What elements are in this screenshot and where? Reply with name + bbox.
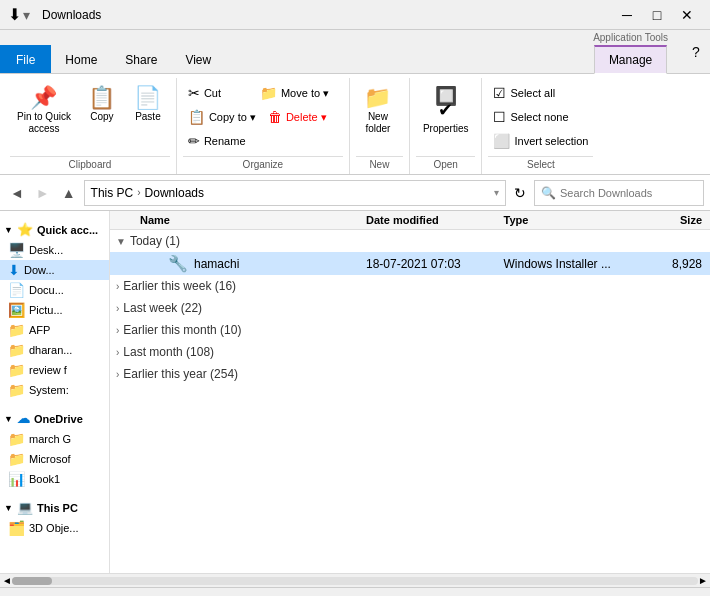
rename-button[interactable]: ✏ Rename <box>183 130 251 152</box>
sidebar-item-march[interactable]: 📁 march G <box>0 429 109 449</box>
tab-share[interactable]: Share <box>111 45 171 73</box>
close-button[interactable]: ✕ <box>672 0 702 30</box>
group-last-week[interactable]: › Last week (22) <box>110 297 710 319</box>
forward-button[interactable]: ► <box>32 183 54 203</box>
view-tiles-button[interactable]: ⊞ <box>655 591 677 597</box>
invert-icon: ⬜ <box>493 133 510 149</box>
sidebar-item-pictures[interactable]: 🖼️ Pictu... <box>0 300 109 320</box>
sidebar-item-system[interactable]: 📁 System: <box>0 380 109 400</box>
group-today-label: Today (1) <box>130 234 180 248</box>
tab-view[interactable]: View <box>171 45 225 73</box>
col-header-type[interactable]: Type <box>504 214 632 226</box>
documents-label: Docu... <box>29 284 64 296</box>
col-header-size[interactable]: Size <box>631 214 710 226</box>
breadcrumb[interactable]: This PC › Downloads ▾ <box>84 180 506 206</box>
copy-to-button[interactable]: 📋 Copy to ▾ <box>183 106 261 128</box>
col-header-name[interactable]: Name <box>110 214 366 226</box>
group-earlier-month[interactable]: › Earlier this month (10) <box>110 319 710 341</box>
copy-label: Copy <box>90 111 113 123</box>
scrollbar-thumb[interactable] <box>12 577 52 585</box>
reviewf-label: review f <box>29 364 67 376</box>
properties-check-icon: ✔ <box>438 99 453 121</box>
help-button[interactable]: ? <box>682 38 710 66</box>
new-label: New <box>356 156 403 174</box>
dharani-icon: 📁 <box>8 342 25 358</box>
organize-row2: 📋 Copy to ▾ 🗑 Delete ▾ <box>183 106 343 128</box>
address-bar: ◄ ► ▲ This PC › Downloads ▾ ↻ 🔍 <box>0 175 710 211</box>
ribbon-group-clipboard: 📌 Pin to Quickaccess 📋 Copy 📄 Paste Clip… <box>4 78 177 174</box>
ribbon-group-new: 📁 Newfolder New <box>350 78 410 174</box>
desktop-label: Desk... <box>29 244 63 256</box>
sidebar-section-thispc: ▼ 💻 This PC 🗂️ 3D Obje... <box>0 493 109 542</box>
sidebar-item-microsoft[interactable]: 📁 Microsof <box>0 449 109 469</box>
clipboard-buttons: 📌 Pin to Quickaccess 📋 Copy 📄 Paste <box>10 78 170 156</box>
scroll-right-button[interactable]: ► <box>698 575 708 586</box>
onedrive-arrow: ▼ <box>4 414 13 424</box>
properties-button[interactable]: 🔲 ✔ Properties <box>416 82 476 140</box>
onedrive-icon: ☁ <box>17 411 30 426</box>
horizontal-scrollbar[interactable]: ◄ ► <box>0 573 710 587</box>
ribbon-group-organize: ✂ Cut 📁 Move to ▾ 📋 Copy to ▾ 🗑 Delete ▾ <box>177 78 350 174</box>
group-earlier-year[interactable]: › Earlier this year (254) <box>110 363 710 385</box>
quickaccess-arrow: ▼ <box>4 225 13 235</box>
maximize-button[interactable]: □ <box>642 0 672 30</box>
sidebar-header-thispc[interactable]: ▼ 💻 This PC <box>0 497 109 518</box>
rename-icon: ✏ <box>188 133 200 149</box>
tab-file[interactable]: File <box>0 45 51 73</box>
delete-button[interactable]: 🗑 Delete ▾ <box>263 106 343 128</box>
breadcrumb-item-thispc[interactable]: This PC <box>91 186 134 200</box>
sidebar-item-3dobj[interactable]: 🗂️ 3D Obje... <box>0 518 109 538</box>
sidebar-header-onedrive[interactable]: ▼ ☁ OneDrive <box>0 408 109 429</box>
new-folder-button[interactable]: 📁 Newfolder <box>356 82 400 140</box>
sidebar-item-downloads[interactable]: ⬇ Dow... <box>0 260 109 280</box>
hamachi-size: 8,928 <box>631 257 710 271</box>
invert-selection-button[interactable]: ⬜ Invert selection <box>488 130 593 152</box>
hamachi-name-cell: 🔧 hamachi <box>110 254 366 273</box>
cut-button[interactable]: ✂ Cut <box>183 82 253 104</box>
copy-button[interactable]: 📋 Copy <box>80 82 124 128</box>
select-all-button[interactable]: ☑ Select all <box>488 82 593 104</box>
group-earlier-week[interactable]: › Earlier this week (16) <box>110 275 710 297</box>
hamachi-type: Windows Installer ... <box>504 257 632 271</box>
group-earlier-year-label: Earlier this year (254) <box>123 367 238 381</box>
pin-to-quick-access-button[interactable]: 📌 Pin to Quickaccess <box>10 82 78 140</box>
ribbon-tab-bar: File Home Share View Application Tools M… <box>0 30 710 74</box>
sidebar-item-book1[interactable]: 📊 Book1 <box>0 469 109 489</box>
up-button[interactable]: ▲ <box>58 183 80 203</box>
breadcrumb-item-downloads[interactable]: Downloads <box>145 186 204 200</box>
group-last-month[interactable]: › Last month (108) <box>110 341 710 363</box>
sidebar-item-documents[interactable]: 📄 Docu... <box>0 280 109 300</box>
view-controls: ⊞ ☰ <box>655 591 702 597</box>
move-to-button[interactable]: 📁 Move to ▾ <box>255 82 335 104</box>
tab-manage[interactable]: Manage <box>594 45 667 74</box>
paste-button[interactable]: 📄 Paste <box>126 82 170 128</box>
sidebar-item-reviewf[interactable]: 📁 review f <box>0 360 109 380</box>
clipboard-label: Clipboard <box>10 156 170 174</box>
select-label: Select <box>488 156 593 174</box>
sidebar-item-desktop[interactable]: 🖥️ Desk... <box>0 240 109 260</box>
dharani-label: dharan... <box>29 344 72 356</box>
minimize-button[interactable]: ─ <box>612 0 642 30</box>
3dobj-label: 3D Obje... <box>29 522 79 534</box>
downloads-icon: ⬇ <box>8 262 20 278</box>
search-input[interactable] <box>560 187 697 199</box>
rename-label: Rename <box>204 135 246 147</box>
file-list-body: ▼ Today (1) 🔧 hamachi 18-07-2021 07:03 W… <box>110 230 710 573</box>
search-icon: 🔍 <box>541 186 556 200</box>
file-row-hamachi[interactable]: 🔧 hamachi 18-07-2021 07:03 Windows Insta… <box>110 252 710 275</box>
sidebar-header-quickaccess[interactable]: ▼ ⭐ Quick acc... <box>0 219 109 240</box>
back-button[interactable]: ◄ <box>6 183 28 203</box>
sidebar-item-afp[interactable]: 📁 AFP <box>0 320 109 340</box>
march-icon: 📁 <box>8 431 25 447</box>
col-header-date[interactable]: Date modified <box>366 214 504 226</box>
group-today[interactable]: ▼ Today (1) <box>110 230 710 252</box>
ribbon-group-open: 🔲 ✔ Properties Open <box>410 78 483 174</box>
tab-home[interactable]: Home <box>51 45 111 73</box>
book1-icon: 📊 <box>8 471 25 487</box>
refresh-button[interactable]: ↻ <box>510 183 530 203</box>
view-list-button[interactable]: ☰ <box>679 591 702 597</box>
breadcrumb-dropdown[interactable]: ▾ <box>494 187 499 198</box>
scroll-left-button[interactable]: ◄ <box>2 575 12 586</box>
select-none-button[interactable]: ☐ Select none <box>488 106 593 128</box>
sidebar-item-dharani[interactable]: 📁 dharan... <box>0 340 109 360</box>
